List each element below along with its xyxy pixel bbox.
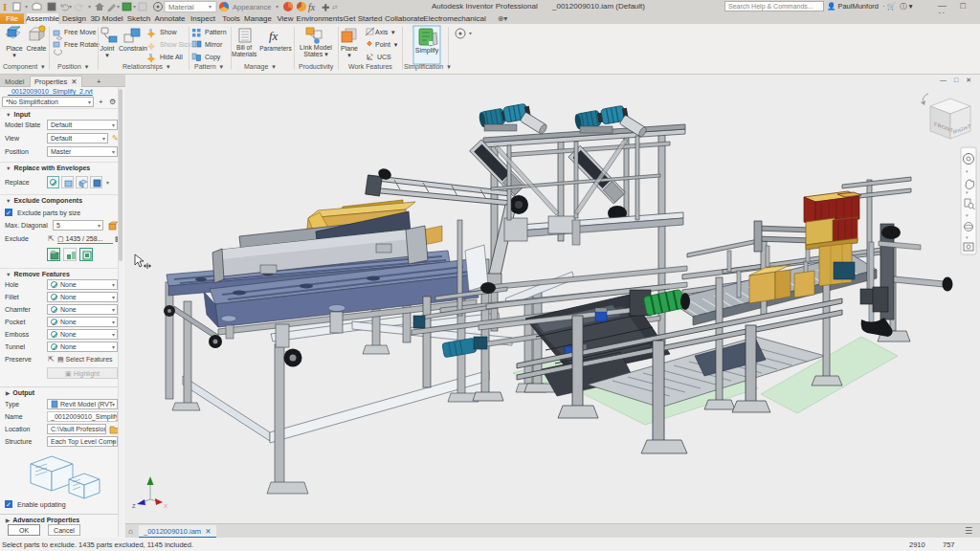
svg-text:fx: fx: [269, 29, 278, 43]
svg-text:Material: Material: [168, 3, 194, 11]
svg-text:➕: ➕: [322, 3, 330, 11]
svg-text:▾: ▾: [276, 4, 278, 10]
svg-text:Appearance: Appearance: [233, 3, 271, 11]
svg-text:▾: ▾: [133, 4, 136, 10]
svg-text:X: X: [164, 503, 167, 509]
svg-text:▾: ▾: [209, 4, 212, 10]
svg-text:▾: ▾: [69, 4, 72, 10]
svg-text:▾: ▾: [88, 4, 91, 10]
svg-text:Z: Z: [132, 503, 136, 509]
svg-text:▾: ▾: [25, 4, 28, 10]
svg-text:▾: ▾: [117, 4, 120, 10]
svg-text:⇄: ⇄: [332, 4, 338, 11]
svg-text:fx: fx: [308, 2, 316, 12]
svg-text:I: I: [3, 1, 7, 12]
